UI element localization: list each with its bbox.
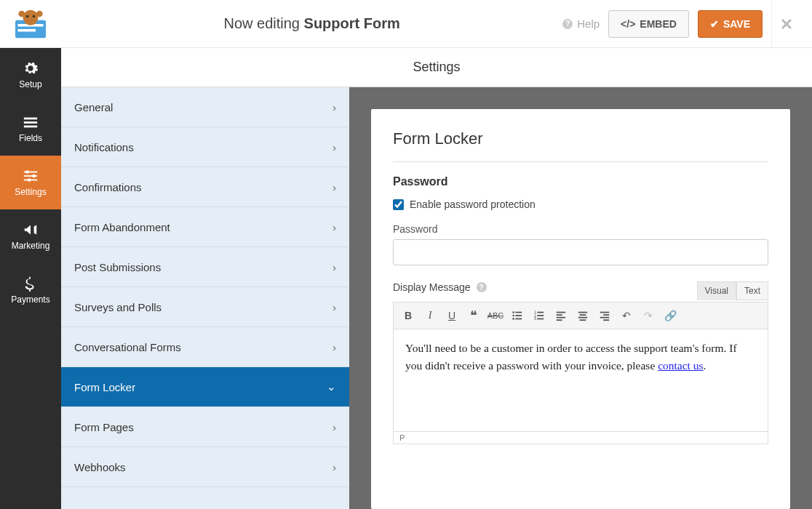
settings-subnav: General› Notifications› Confirmations› F… bbox=[61, 87, 349, 509]
svg-rect-28 bbox=[537, 318, 544, 320]
subnav-label: Surveys and Polls bbox=[74, 301, 162, 313]
subnav-item-general[interactable]: General› bbox=[61, 87, 349, 127]
chevron-right-icon: › bbox=[333, 221, 336, 233]
help-button[interactable]: ? Help bbox=[562, 17, 600, 30]
enable-password-checkbox[interactable] bbox=[393, 199, 404, 210]
enable-password-label: Enable password protection bbox=[410, 199, 536, 210]
svg-point-6 bbox=[18, 10, 25, 17]
check-icon: ✔ bbox=[710, 18, 719, 30]
svg-rect-36 bbox=[580, 319, 586, 321]
svg-text:3: 3 bbox=[534, 316, 536, 321]
align-center-icon[interactable] bbox=[573, 305, 593, 326]
bullhorn-icon bbox=[23, 222, 39, 238]
subnav-label: Notifications bbox=[74, 141, 134, 153]
subnav-item-surveys-polls[interactable]: Surveys and Polls› bbox=[61, 287, 349, 327]
subnav-item-webhooks[interactable]: Webhooks› bbox=[61, 447, 349, 487]
bullet-list-icon[interactable] bbox=[507, 305, 528, 326]
save-label: SAVE bbox=[723, 18, 750, 30]
page-title: Settings bbox=[61, 48, 812, 87]
help-label: Help bbox=[577, 17, 600, 30]
subnav-label: Webhooks bbox=[74, 461, 126, 473]
editor-tab-text[interactable]: Text bbox=[736, 281, 768, 300]
list-icon bbox=[23, 114, 39, 130]
editing-title: Now editing Support Form bbox=[61, 15, 562, 32]
rail-item-fields[interactable]: Fields bbox=[0, 102, 61, 156]
gear-icon bbox=[23, 60, 39, 76]
chevron-right-icon: › bbox=[333, 461, 336, 473]
svg-rect-35 bbox=[578, 317, 587, 318]
subnav-item-form-locker[interactable]: Form Locker⌄ bbox=[61, 367, 349, 407]
display-message-label: Display Message bbox=[393, 281, 471, 293]
editing-prefix: Now editing bbox=[223, 15, 300, 31]
subnav-item-conversational-forms[interactable]: Conversational Forms› bbox=[61, 327, 349, 367]
rail-item-marketing[interactable]: Marketing bbox=[0, 209, 61, 263]
chevron-right-icon: › bbox=[333, 261, 336, 273]
svg-point-5 bbox=[33, 15, 36, 17]
align-right-icon[interactable] bbox=[594, 305, 615, 326]
password-input[interactable] bbox=[393, 239, 768, 265]
subnav-item-form-pages[interactable]: Form Pages› bbox=[61, 407, 349, 447]
editor-statusbar: P bbox=[394, 431, 768, 444]
section-password-heading: Password bbox=[393, 175, 768, 188]
bold-icon[interactable]: B bbox=[398, 305, 418, 326]
svg-rect-10 bbox=[24, 126, 37, 128]
underline-icon[interactable]: U bbox=[442, 305, 462, 326]
svg-point-19 bbox=[512, 315, 514, 317]
help-tooltip-icon[interactable]: ? bbox=[477, 282, 487, 292]
italic-icon[interactable]: I bbox=[420, 305, 440, 326]
dollar-icon bbox=[23, 276, 39, 292]
svg-point-17 bbox=[512, 311, 514, 313]
redo-icon[interactable]: ↷ bbox=[638, 305, 658, 326]
svg-rect-37 bbox=[600, 312, 609, 313]
align-left-icon[interactable] bbox=[551, 305, 571, 326]
rail-item-payments[interactable]: Payments bbox=[0, 263, 61, 317]
editor-content[interactable]: You'll need to be a customer in order to… bbox=[394, 329, 768, 431]
editor-toolbar: B I U ❝ ABC 123 bbox=[394, 302, 768, 329]
svg-rect-8 bbox=[24, 118, 37, 120]
contact-us-link[interactable]: contact us bbox=[658, 359, 703, 372]
panel-title: Form Locker bbox=[393, 129, 768, 148]
subnav-item-post-submissions[interactable]: Post Submissions› bbox=[61, 247, 349, 287]
svg-rect-26 bbox=[537, 315, 544, 316]
chevron-right-icon: › bbox=[333, 141, 336, 153]
undo-icon[interactable]: ↶ bbox=[616, 305, 637, 326]
link-icon[interactable]: 🔗 bbox=[660, 305, 680, 326]
blockquote-icon[interactable]: ❝ bbox=[463, 305, 484, 326]
svg-rect-32 bbox=[557, 319, 562, 321]
rail-item-settings[interactable]: Settings bbox=[0, 156, 61, 209]
svg-rect-29 bbox=[557, 312, 565, 313]
editor-tab-visual[interactable]: Visual bbox=[697, 281, 736, 300]
divider bbox=[393, 161, 768, 162]
password-field-label: Password bbox=[393, 223, 768, 235]
svg-rect-18 bbox=[515, 312, 522, 313]
chevron-right-icon: › bbox=[333, 301, 336, 313]
embed-label: EMBED bbox=[640, 18, 677, 30]
rail-label: Fields bbox=[19, 133, 42, 143]
chevron-right-icon: › bbox=[333, 421, 336, 433]
svg-point-7 bbox=[36, 10, 43, 17]
save-button[interactable]: ✔ SAVE bbox=[698, 10, 763, 38]
subnav-label: Form Pages bbox=[74, 421, 134, 433]
embed-button[interactable]: </> EMBED bbox=[608, 10, 689, 38]
subnav-label: Confirmations bbox=[74, 181, 142, 193]
svg-rect-33 bbox=[578, 312, 587, 313]
subnav-item-confirmations[interactable]: Confirmations› bbox=[61, 167, 349, 207]
left-rail: Setup Fields Settings Marketing Payments bbox=[0, 48, 61, 509]
svg-rect-30 bbox=[557, 314, 562, 316]
rail-item-setup[interactable]: Setup bbox=[0, 48, 61, 102]
subnav-item-notifications[interactable]: Notifications› bbox=[61, 127, 349, 167]
close-button[interactable] bbox=[771, 0, 800, 48]
svg-point-14 bbox=[32, 175, 36, 178]
svg-rect-40 bbox=[603, 319, 609, 321]
subnav-item-form-abandonment[interactable]: Form Abandonment› bbox=[61, 207, 349, 247]
subnav-label: Form Abandonment bbox=[74, 221, 170, 233]
code-icon: </> bbox=[621, 18, 635, 30]
rail-label: Settings bbox=[15, 187, 46, 197]
svg-point-3 bbox=[23, 9, 39, 25]
chevron-down-icon: ⌄ bbox=[327, 380, 336, 393]
numbered-list-icon[interactable]: 123 bbox=[529, 305, 549, 326]
svg-rect-39 bbox=[600, 317, 609, 318]
svg-rect-34 bbox=[580, 314, 586, 316]
strikethrough-icon[interactable]: ABC bbox=[485, 305, 506, 326]
svg-point-21 bbox=[512, 318, 514, 320]
